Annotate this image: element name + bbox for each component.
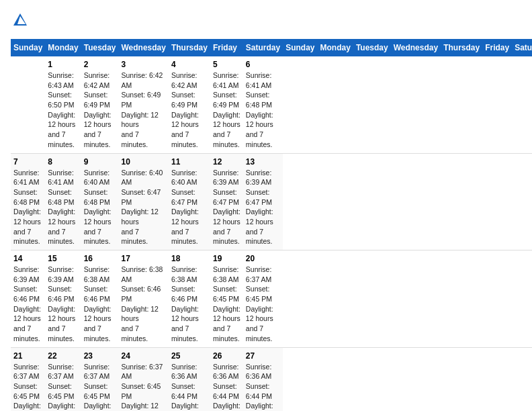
calendar-cell: 21Sunrise: 6:37 AMSunset: 6:45 PMDayligh… xyxy=(11,347,45,411)
col-header-wednesday: Wednesday xyxy=(118,39,168,56)
header-row: SundayMondayTuesdayWednesdayThursdayFrid… xyxy=(11,39,532,56)
calendar-cell: 18Sunrise: 6:38 AMSunset: 6:46 PMDayligh… xyxy=(169,250,210,348)
calendar-cell: 19Sunrise: 6:38 AMSunset: 6:45 PMDayligh… xyxy=(210,250,243,348)
calendar-table: SundayMondayTuesdayWednesdayThursdayFrid… xyxy=(11,39,532,411)
page-header xyxy=(11,11,521,30)
calendar-cell: 2Sunrise: 6:42 AMSunset: 6:49 PMDaylight… xyxy=(81,56,119,153)
day-number: 12 xyxy=(213,157,240,167)
calendar-cell: 4Sunrise: 6:42 AMSunset: 6:49 PMDaylight… xyxy=(169,56,210,153)
calendar-cell: 8Sunrise: 6:41 AMSunset: 6:48 PMDaylight… xyxy=(45,153,81,250)
col-header-friday: Friday xyxy=(210,39,243,56)
day-info: Sunrise: 6:36 AMSunset: 6:44 PMDaylight:… xyxy=(171,362,208,412)
day-number: 6 xyxy=(246,60,280,69)
calendar-cell: 24Sunrise: 6:37 AMSunset: 6:45 PMDayligh… xyxy=(118,347,168,411)
day-info: Sunrise: 6:40 AMSunset: 6:48 PMDaylight:… xyxy=(84,168,116,247)
calendar-cell: 14Sunrise: 6:39 AMSunset: 6:46 PMDayligh… xyxy=(11,250,45,348)
calendar-cell: 13Sunrise: 6:39 AMSunset: 6:47 PMDayligh… xyxy=(243,153,283,250)
calendar-cell: 11Sunrise: 6:40 AMSunset: 6:47 PMDayligh… xyxy=(169,153,210,250)
col-header-sunday: Sunday xyxy=(283,39,317,56)
day-number: 13 xyxy=(246,157,280,167)
col-header-wednesday: Wednesday xyxy=(391,39,441,56)
day-number: 26 xyxy=(213,351,240,361)
day-info: Sunrise: 6:39 AMSunset: 6:47 PMDaylight:… xyxy=(246,168,280,247)
day-number: 20 xyxy=(246,254,280,263)
calendar-cell: 17Sunrise: 6:38 AMSunset: 6:46 PMDayligh… xyxy=(118,250,168,348)
day-number: 1 xyxy=(48,60,78,69)
calendar-cell: 3Sunrise: 6:42 AMSunset: 6:49 PMDaylight… xyxy=(118,56,168,153)
day-number: 18 xyxy=(171,254,208,263)
day-number: 4 xyxy=(171,60,208,69)
day-number: 25 xyxy=(171,351,208,361)
day-number: 14 xyxy=(13,254,42,263)
calendar-cell xyxy=(11,56,45,153)
col-header-saturday: Saturday xyxy=(243,39,283,56)
col-header-tuesday: Tuesday xyxy=(81,39,119,56)
day-info: Sunrise: 6:37 AMSunset: 6:45 PMDaylight:… xyxy=(246,265,280,344)
day-number: 15 xyxy=(48,254,78,263)
day-info: Sunrise: 6:41 AMSunset: 6:48 PMDaylight:… xyxy=(13,168,42,247)
day-number: 17 xyxy=(121,254,165,263)
day-info: Sunrise: 6:41 AMSunset: 6:49 PMDaylight:… xyxy=(213,71,240,150)
day-info: Sunrise: 6:37 AMSunset: 6:45 PMDaylight:… xyxy=(121,362,165,412)
calendar-cell: 16Sunrise: 6:38 AMSunset: 6:46 PMDayligh… xyxy=(81,250,119,348)
calendar-cell: 10Sunrise: 6:40 AMSunset: 6:47 PMDayligh… xyxy=(118,153,168,250)
calendar-cell: 26Sunrise: 6:36 AMSunset: 6:44 PMDayligh… xyxy=(210,347,243,411)
week-row-3: 21Sunrise: 6:37 AMSunset: 6:45 PMDayligh… xyxy=(11,347,532,411)
calendar-cell: 25Sunrise: 6:36 AMSunset: 6:44 PMDayligh… xyxy=(169,347,210,411)
day-info: Sunrise: 6:39 AMSunset: 6:46 PMDaylight:… xyxy=(13,265,42,344)
week-row-1: 7Sunrise: 6:41 AMSunset: 6:48 PMDaylight… xyxy=(11,153,532,250)
logo-icon xyxy=(11,11,30,30)
day-number: 24 xyxy=(121,351,165,361)
day-info: Sunrise: 6:37 AMSunset: 6:45 PMDaylight:… xyxy=(48,362,78,412)
day-info: Sunrise: 6:37 AMSunset: 6:45 PMDaylight:… xyxy=(84,362,116,412)
logo xyxy=(11,11,32,30)
day-info: Sunrise: 6:39 AMSunset: 6:46 PMDaylight:… xyxy=(48,265,78,344)
day-number: 3 xyxy=(121,60,165,69)
calendar-cell: 7Sunrise: 6:41 AMSunset: 6:48 PMDaylight… xyxy=(11,153,45,250)
day-info: Sunrise: 6:40 AMSunset: 6:47 PMDaylight:… xyxy=(121,168,165,247)
calendar-cell: 15Sunrise: 6:39 AMSunset: 6:46 PMDayligh… xyxy=(45,250,81,348)
day-info: Sunrise: 6:37 AMSunset: 6:45 PMDaylight:… xyxy=(13,362,42,412)
day-number: 19 xyxy=(213,254,240,263)
day-number: 27 xyxy=(246,351,280,361)
col-header-tuesday: Tuesday xyxy=(353,39,391,56)
day-info: Sunrise: 6:41 AMSunset: 6:48 PMDaylight:… xyxy=(246,71,280,150)
col-header-thursday: Thursday xyxy=(169,39,210,56)
day-info: Sunrise: 6:42 AMSunset: 6:49 PMDaylight:… xyxy=(171,71,208,150)
day-number: 2 xyxy=(84,60,116,69)
day-number: 8 xyxy=(48,157,78,167)
day-number: 23 xyxy=(84,351,116,361)
calendar-cell: 9Sunrise: 6:40 AMSunset: 6:48 PMDaylight… xyxy=(81,153,119,250)
day-info: Sunrise: 6:40 AMSunset: 6:47 PMDaylight:… xyxy=(171,168,208,247)
calendar-cell: 5Sunrise: 6:41 AMSunset: 6:49 PMDaylight… xyxy=(210,56,243,153)
day-info: Sunrise: 6:39 AMSunset: 6:47 PMDaylight:… xyxy=(213,168,240,247)
col-header-thursday: Thursday xyxy=(441,39,482,56)
day-info: Sunrise: 6:38 AMSunset: 6:46 PMDaylight:… xyxy=(171,265,208,344)
day-info: Sunrise: 6:36 AMSunset: 6:44 PMDaylight:… xyxy=(246,362,280,412)
day-info: Sunrise: 6:43 AMSunset: 6:50 PMDaylight:… xyxy=(48,71,78,150)
col-header-monday: Monday xyxy=(45,39,81,56)
day-info: Sunrise: 6:36 AMSunset: 6:44 PMDaylight:… xyxy=(213,362,240,412)
day-number: 11 xyxy=(171,157,208,167)
day-info: Sunrise: 6:38 AMSunset: 6:46 PMDaylight:… xyxy=(84,265,116,344)
calendar-cell: 1Sunrise: 6:43 AMSunset: 6:50 PMDaylight… xyxy=(45,56,81,153)
calendar-cell: 12Sunrise: 6:39 AMSunset: 6:47 PMDayligh… xyxy=(210,153,243,250)
calendar-cell: 6Sunrise: 6:41 AMSunset: 6:48 PMDaylight… xyxy=(243,56,283,153)
day-info: Sunrise: 6:38 AMSunset: 6:45 PMDaylight:… xyxy=(213,265,240,344)
day-info: Sunrise: 6:42 AMSunset: 6:49 PMDaylight:… xyxy=(84,71,116,150)
day-info: Sunrise: 6:41 AMSunset: 6:48 PMDaylight:… xyxy=(48,168,78,247)
col-header-sunday: Sunday xyxy=(11,39,45,56)
day-number: 9 xyxy=(84,157,116,167)
day-number: 21 xyxy=(13,351,42,361)
col-header-saturday: Saturday xyxy=(512,39,532,56)
week-row-2: 14Sunrise: 6:39 AMSunset: 6:46 PMDayligh… xyxy=(11,250,532,348)
day-info: Sunrise: 6:42 AMSunset: 6:49 PMDaylight:… xyxy=(121,71,165,150)
day-number: 10 xyxy=(121,157,165,167)
day-number: 7 xyxy=(13,157,42,167)
col-header-friday: Friday xyxy=(482,39,512,56)
day-number: 22 xyxy=(48,351,78,361)
day-number: 16 xyxy=(84,254,116,263)
day-info: Sunrise: 6:38 AMSunset: 6:46 PMDaylight:… xyxy=(121,265,165,344)
calendar-cell: 23Sunrise: 6:37 AMSunset: 6:45 PMDayligh… xyxy=(81,347,119,411)
calendar-cell: 20Sunrise: 6:37 AMSunset: 6:45 PMDayligh… xyxy=(243,250,283,348)
